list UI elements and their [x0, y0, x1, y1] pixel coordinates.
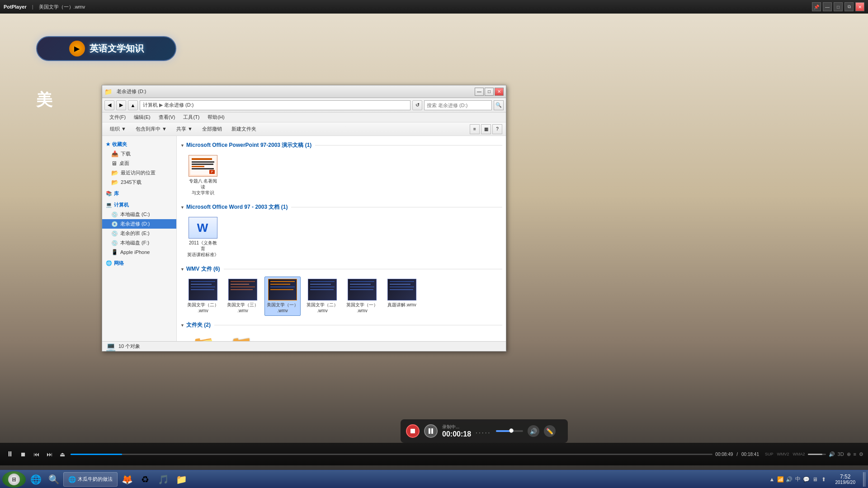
sidebar-apple-iphone[interactable]: 📱 Apple iPhone	[102, 248, 176, 257]
file-wmv-4[interactable]: 英国文学（二）.wmv	[304, 277, 340, 316]
vol-track[interactable]	[808, 454, 826, 455]
recording-bar: 录制中... 00:00:18 ..... 🔊 ✏️	[401, 419, 568, 443]
sidebar-drive-c[interactable]: 💿 本地磁盘 (C:)	[102, 210, 176, 219]
tray-arrow-icon[interactable]: ▲	[769, 476, 776, 483]
tray-input-icon[interactable]: 中	[794, 476, 802, 483]
breadcrumb-bar[interactable]: 计算机 ▶ 老余进修 (D:)	[140, 100, 410, 110]
rec-vol-track[interactable]	[496, 430, 523, 432]
start-button[interactable]: ⊞	[2, 471, 26, 488]
back-btn[interactable]: ◀	[104, 100, 114, 110]
wmv-thumbnail-5	[348, 279, 377, 300]
explorer-content: Microsoft Office PowerPoint 97-2003 演示文稿…	[177, 136, 506, 341]
menu-file[interactable]: 文件(F)	[106, 113, 129, 122]
app-maximize-btn[interactable]: □	[834, 2, 843, 11]
player-settings-btn[interactable]: ⚙	[859, 451, 863, 457]
tray-chat-icon[interactable]: 💬	[803, 476, 810, 483]
file-folder-xdf[interactable]: 📂 XDF NCE	[225, 333, 261, 341]
group-folder-header[interactable]: 文件夹 (2)	[180, 321, 502, 329]
video-overlay-text: 美	[36, 84, 55, 111]
taskbar-pinned-search[interactable]: 🔍	[45, 472, 62, 487]
breadcrumb-drive[interactable]: 老余进修 (D:)	[164, 102, 193, 108]
taskbar-pinned-recycle[interactable]: ♻	[137, 472, 154, 487]
group-wmv-header[interactable]: WMV 文件 (6)	[180, 265, 502, 273]
desktop-icon: 🖥	[111, 160, 117, 167]
player-play-btn[interactable]: ⏸	[5, 449, 15, 460]
file-wmv-6[interactable]: 真题讲解.wmv	[384, 277, 420, 316]
taskbar-pinned-explorer[interactable]: 📁	[173, 472, 190, 487]
organize-btn[interactable]: 组织 ▼	[106, 124, 130, 134]
breadcrumb-computer[interactable]: 计算机	[143, 102, 158, 108]
taskbar-pinned-fox[interactable]: 🦊	[118, 472, 136, 487]
rec-pause-btn[interactable]	[424, 424, 438, 438]
refresh-btn[interactable]: ↺	[412, 100, 422, 110]
explorer-minimize-btn[interactable]: —	[475, 88, 484, 96]
app-close-btn[interactable]: ✕	[855, 2, 864, 11]
forward-btn[interactable]: ▶	[116, 100, 126, 110]
file-wmv-2[interactable]: 美国文学（三）.wmv	[225, 277, 261, 316]
sidebar-drive-d[interactable]: 💿 老余进修 (D:)	[102, 219, 176, 229]
file-ppt-1[interactable]: P 专题八 名著阅读与文学常识	[185, 153, 221, 198]
progress-track[interactable]	[71, 454, 712, 455]
sidebar-drive-f[interactable]: 💿 本地磁盘 (F:)	[102, 238, 176, 248]
group-word-header[interactable]: Microsoft Office Word 97 - 2003 文档 (1)	[180, 203, 502, 211]
tray-network-icon[interactable]: 📶	[777, 476, 784, 483]
explorer-maximize-btn[interactable]: □	[485, 88, 494, 96]
show-desktop-btn[interactable]	[863, 472, 866, 487]
new-folder-btn[interactable]: 新建文件夹	[227, 124, 260, 134]
breadcrumb-sep1: ▶	[159, 102, 163, 108]
2345-icon: 📂	[111, 179, 118, 186]
app-pin-btn[interactable]: 📌	[812, 2, 821, 11]
rec-volume-control[interactable]	[496, 430, 523, 432]
undo-all-btn[interactable]: 全部撤销	[198, 124, 226, 134]
player-next-btn[interactable]: ⏭	[44, 449, 55, 460]
player-vol-icon[interactable]: 🔊	[829, 451, 835, 457]
taskbar-pinned-ie[interactable]: 🌐	[27, 472, 44, 487]
tray-volume-icon[interactable]: 🔊	[786, 476, 793, 483]
file-word-1[interactable]: W 2011《义务教育英语课程标准》	[185, 215, 221, 260]
sidebar-item-desktop[interactable]: 🖥 桌面	[102, 159, 176, 168]
taskbar-task-browser[interactable]: 🌐 木瓜牛奶的做法	[63, 472, 118, 487]
file-wmv-5[interactable]: 英国文学（一）.wmv	[344, 277, 380, 316]
tray-desktop-icon[interactable]: 🖥	[811, 476, 819, 483]
player-playlist-btn[interactable]: ≡	[854, 451, 856, 457]
file-folder-hf[interactable]: 📁 hf	[185, 333, 221, 341]
menu-edit[interactable]: 编辑(E)	[130, 113, 154, 122]
search-btn[interactable]: 🔍	[494, 100, 504, 110]
view-toggle-btn[interactable]: ▦	[481, 124, 491, 134]
view-menu-btn[interactable]: ≡	[470, 124, 480, 134]
taskbar-pinned-media[interactable]: 🎵	[155, 472, 172, 487]
explorer-close-btn[interactable]: ✕	[495, 88, 504, 96]
drive-f-icon: 💿	[111, 240, 118, 246]
player-3d-btn[interactable]: 3D	[838, 451, 844, 457]
search-box[interactable]	[424, 100, 492, 110]
app-minimize-btn[interactable]: —	[823, 2, 832, 11]
menu-view[interactable]: 查看(V)	[155, 113, 179, 122]
help-btn[interactable]: ?	[492, 124, 502, 134]
rec-edit-btn[interactable]: ✏️	[544, 425, 556, 437]
menu-help[interactable]: 帮助(H)	[204, 113, 228, 122]
file-wmv-3[interactable]: 美国文学（一）.wmv	[264, 277, 301, 316]
up-btn[interactable]: ▲	[128, 100, 138, 110]
sidebar-item-download[interactable]: 📥 下载	[102, 149, 176, 159]
rec-speaker-btn[interactable]: 🔊	[528, 425, 539, 437]
sidebar-item-2345[interactable]: 📂 2345下载	[102, 178, 176, 187]
menu-tools[interactable]: 工具(T)	[179, 113, 203, 122]
share-btn[interactable]: 共享 ▼	[172, 124, 197, 134]
folder-xdf-thumbnail: 📂	[228, 335, 257, 341]
player-open-btn[interactable]: ⏏	[57, 449, 68, 460]
rec-stop-btn[interactable]	[406, 424, 420, 438]
search-input[interactable]	[427, 103, 489, 108]
group-ppt-header[interactable]: Microsoft Office PowerPoint 97-2003 演示文稿…	[180, 141, 502, 149]
status-computer-icon: 💻	[106, 342, 116, 352]
include-library-btn[interactable]: 包含到库中 ▼	[132, 124, 171, 134]
tray-update-icon[interactable]: ⬆	[820, 476, 827, 483]
taskbar-clock[interactable]: 7:52 2019/6/20	[832, 474, 859, 485]
video-number: 美	[36, 90, 52, 109]
sidebar-drive-e[interactable]: 💿 老余的班 (E:)	[102, 229, 176, 238]
file-wmv-1[interactable]: 美国文学（二）.wmv	[185, 277, 221, 316]
player-stop-btn[interactable]: ⏹	[18, 449, 28, 460]
player-zoom-btn[interactable]: ⊕	[847, 451, 851, 457]
sidebar-item-recent[interactable]: 📂 最近访问的位置	[102, 168, 176, 178]
player-prev-btn[interactable]: ⏮	[31, 449, 42, 460]
app-restore-btn[interactable]: ⧉	[844, 2, 854, 11]
